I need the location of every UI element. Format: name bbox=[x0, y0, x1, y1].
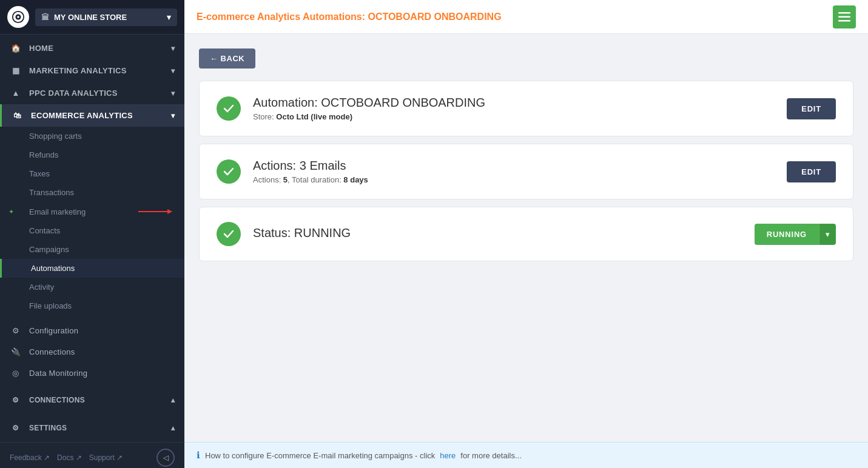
status-title: Status: RUNNING bbox=[253, 226, 755, 240]
sidebar-item-configuration[interactable]: ⚙ Configuration bbox=[0, 320, 184, 341]
sidebar-item-ppc-label: PPC DATA ANALYTICS bbox=[29, 89, 118, 98]
sidebar-item-data-monitoring[interactable]: ◎ Data Monitoring bbox=[0, 363, 184, 384]
sidebar-item-ecommerce[interactable]: 🛍 ECOMMERCE ANALYTICS ▾ bbox=[0, 104, 184, 127]
docs-link[interactable]: Docs ↗ bbox=[57, 453, 82, 462]
actions-count: 5 bbox=[283, 175, 288, 184]
automation-title: Automation: OCTOBOARD ONBOARDING bbox=[253, 96, 787, 110]
sidebar-item-contacts[interactable]: Contacts bbox=[0, 221, 184, 240]
sidebar-item-campaigns[interactable]: Campaigns bbox=[0, 240, 184, 259]
chevron-down-icon: ▾ bbox=[171, 67, 175, 75]
settings-icon: ⚙ bbox=[10, 424, 22, 432]
page-title-highlight: OCTOBOARD ONBOARDING bbox=[368, 12, 501, 22]
store-selector[interactable]: 🏛 MY ONLINE STORE ▾ bbox=[35, 8, 177, 26]
sidebar-item-activity[interactable]: Activity bbox=[0, 278, 184, 296]
gear-icon: ⚙ bbox=[10, 326, 22, 335]
running-btn-group: RUNNING ▾ bbox=[755, 224, 836, 245]
hamburger-button[interactable] bbox=[833, 5, 856, 28]
actions-card-content: Actions: 3 Emails Actions: 5, Total dura… bbox=[253, 159, 787, 184]
sidebar-item-home[interactable]: 🏠 HOME ▾ bbox=[0, 37, 184, 59]
settings-label: SETTINGS bbox=[29, 424, 67, 432]
info-text-before: How to configure E-commerce E-mail marke… bbox=[205, 451, 435, 460]
sidebar: 🏛 MY ONLINE STORE ▾ 🏠 HOME ▾ ▦ MARKETING… bbox=[0, 0, 184, 468]
email-marketing-icon: ✦ bbox=[8, 208, 14, 216]
nav-section-main: 🏠 HOME ▾ ▦ MARKETING ANALYTICS ▾ ▲ PPC D… bbox=[0, 35, 184, 318]
sidebar-item-automations[interactable]: Automations bbox=[0, 259, 184, 278]
running-button[interactable]: RUNNING bbox=[755, 224, 819, 245]
ppc-icon: ▲ bbox=[10, 89, 22, 98]
configuration-label: Configuration bbox=[29, 326, 78, 335]
sidebar-header: 🏛 MY ONLINE STORE ▾ bbox=[0, 0, 184, 35]
info-icon: ℹ bbox=[197, 450, 200, 461]
content-area: ← BACK Automation: OCTOBOARD ONBOARDING … bbox=[184, 34, 868, 442]
nav-section-tools: ⚙ Configuration 🔌 Connections ◎ Data Mon… bbox=[0, 318, 184, 386]
chevron-up-icon: ▴ bbox=[171, 424, 175, 432]
status-card-content: Status: RUNNING bbox=[253, 226, 755, 242]
arrow-indicator bbox=[138, 207, 175, 216]
connections-section-icon: ⚙ bbox=[10, 396, 22, 404]
file-uploads-label: File uploads bbox=[29, 301, 72, 310]
top-bar: E-commerce Analytics Automations: OCTOBO… bbox=[184, 0, 868, 34]
automation-card: Automation: OCTOBOARD ONBOARDING Store: … bbox=[199, 81, 853, 136]
feedback-link[interactable]: Feedback ↗ bbox=[10, 453, 50, 462]
sidebar-item-marketing-label: MARKETING ANALYTICS bbox=[29, 66, 127, 75]
home-icon: 🏠 bbox=[10, 44, 22, 53]
sidebar-item-settings[interactable]: ⚙ SETTINGS ▴ bbox=[0, 416, 184, 440]
svg-marker-4 bbox=[167, 209, 172, 214]
actions-subtitle-suffix: , Total duration: bbox=[288, 175, 343, 184]
page-title-prefix: E-commerce Analytics Automations: bbox=[197, 12, 368, 22]
automation-subtitle: Store: Octo Ltd (live mode) bbox=[253, 112, 787, 121]
taxes-label: Taxes bbox=[29, 169, 50, 178]
activity-label: Activity bbox=[29, 282, 54, 292]
actions-edit-button[interactable]: EDIT bbox=[787, 161, 836, 182]
svg-point-2 bbox=[17, 16, 19, 18]
svg-rect-7 bbox=[838, 20, 850, 22]
chevron-down-icon: ▾ bbox=[171, 89, 175, 98]
settings-section: ⚙ SETTINGS ▴ bbox=[0, 414, 184, 442]
info-bar: ℹ How to configure E-commerce E-mail mar… bbox=[184, 442, 868, 468]
sidebar-item-shopping-carts[interactable]: Shopping carts bbox=[0, 127, 184, 145]
sidebar-item-connections-section[interactable]: ⚙ CONNECTIONS ▴ bbox=[0, 389, 184, 412]
sidebar-footer: Feedback ↗ Docs ↗ Support ↗ ◁ bbox=[0, 442, 184, 468]
data-monitoring-label: Data Monitoring bbox=[29, 369, 87, 378]
automation-card-content: Automation: OCTOBOARD ONBOARDING Store: … bbox=[253, 96, 787, 121]
footer-nav-icon[interactable]: ◁ bbox=[156, 449, 175, 467]
actions-subtitle: Actions: 5, Total duration: 8 days bbox=[253, 175, 787, 184]
connections-section-label: CONNECTIONS bbox=[29, 396, 85, 404]
automations-label: Automations bbox=[31, 264, 75, 273]
sidebar-item-transactions[interactable]: Transactions bbox=[0, 183, 184, 202]
connections-label: Connections bbox=[29, 347, 75, 356]
automation-edit-button[interactable]: EDIT bbox=[787, 98, 836, 119]
actions-card: Actions: 3 Emails Actions: 5, Total dura… bbox=[199, 144, 853, 199]
actions-subtitle-prefix: Actions: bbox=[253, 175, 283, 184]
svg-rect-6 bbox=[838, 16, 850, 18]
sidebar-item-file-uploads[interactable]: File uploads bbox=[0, 296, 184, 315]
back-button[interactable]: ← BACK bbox=[199, 48, 255, 69]
sidebar-item-ppc[interactable]: ▲ PPC DATA ANALYTICS ▾ bbox=[0, 82, 184, 104]
sidebar-item-email-marketing[interactable]: ✦ Email marketing bbox=[0, 202, 184, 221]
email-marketing-label: Email marketing bbox=[29, 207, 86, 216]
connections-section: ⚙ CONNECTIONS ▴ bbox=[0, 386, 184, 414]
status-icon bbox=[217, 222, 241, 246]
page-title: E-commerce Analytics Automations: OCTOBO… bbox=[197, 12, 502, 22]
sidebar-item-connections[interactable]: 🔌 Connections bbox=[0, 341, 184, 363]
refunds-label: Refunds bbox=[29, 150, 58, 159]
automation-subtitle-prefix: Store: bbox=[253, 112, 276, 121]
actions-duration: 8 days bbox=[343, 175, 368, 184]
actions-status-icon bbox=[217, 159, 241, 184]
sidebar-item-marketing-analytics[interactable]: ▦ MARKETING ANALYTICS ▾ bbox=[0, 59, 184, 82]
campaigns-label: Campaigns bbox=[29, 245, 69, 254]
actions-title: Actions: 3 Emails bbox=[253, 159, 787, 173]
automation-store-value: Octo Ltd (live mode) bbox=[276, 112, 352, 121]
shopping-carts-label: Shopping carts bbox=[29, 132, 82, 141]
connections-icon: 🔌 bbox=[10, 347, 22, 356]
svg-rect-5 bbox=[838, 12, 850, 14]
app-logo bbox=[7, 6, 29, 28]
info-bar-link[interactable]: here bbox=[440, 451, 456, 460]
chevron-down-icon: ▾ bbox=[171, 44, 175, 53]
running-dropdown-button[interactable]: ▾ bbox=[819, 224, 836, 245]
sidebar-item-refunds[interactable]: Refunds bbox=[0, 145, 184, 164]
status-card: Status: RUNNING RUNNING ▾ bbox=[199, 207, 853, 261]
support-link[interactable]: Support ↗ bbox=[89, 453, 123, 462]
sidebar-item-taxes[interactable]: Taxes bbox=[0, 164, 184, 183]
ecommerce-icon: 🛍 bbox=[12, 111, 24, 120]
